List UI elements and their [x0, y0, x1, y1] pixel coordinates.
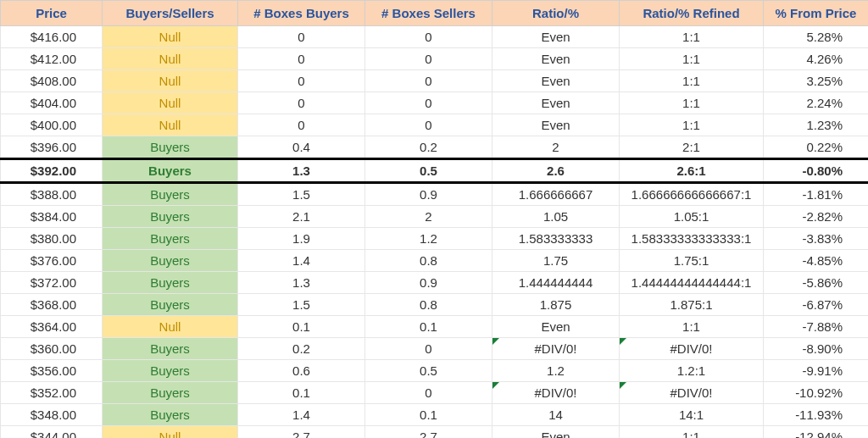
cell-price[interactable]: $348.00 [1, 404, 103, 426]
cell-buyers-sellers[interactable]: Buyers [103, 382, 238, 404]
cell-pct-from-price[interactable]: -6.87% [764, 294, 869, 316]
cell-boxes-buyers[interactable]: 0.6 [238, 360, 365, 382]
cell-price[interactable]: $356.00 [1, 360, 103, 382]
cell-ratio-refined[interactable]: 1.66666666666667:1 [620, 183, 764, 206]
cell-ratio-refined[interactable]: 1:1 [620, 426, 764, 439]
cell-price[interactable]: $416.00 [1, 26, 103, 48]
cell-pct-from-price[interactable]: -4.85% [764, 250, 869, 272]
cell-pct-from-price[interactable]: 4.26% [764, 48, 869, 70]
cell-ratio[interactable]: 1.2 [492, 360, 620, 382]
cell-buyers-sellers[interactable]: Buyers [103, 159, 238, 183]
cell-pct-from-price[interactable]: -5.86% [764, 272, 869, 294]
cell-price[interactable]: $360.00 [1, 338, 103, 360]
cell-buyers-sellers[interactable]: Null [103, 48, 238, 70]
cell-price[interactable]: $372.00 [1, 272, 103, 294]
header-ratio[interactable]: Ratio/% [492, 1, 620, 26]
cell-price[interactable]: $404.00 [1, 92, 103, 114]
cell-pct-from-price[interactable]: -12.94% [764, 426, 869, 439]
cell-ratio[interactable]: Even [492, 70, 620, 92]
cell-buyers-sellers[interactable]: Buyers [103, 250, 238, 272]
cell-boxes-sellers[interactable]: 0 [365, 114, 492, 136]
cell-buyers-sellers[interactable]: Buyers [103, 404, 238, 426]
cell-boxes-sellers[interactable]: 0.9 [365, 183, 492, 206]
cell-price[interactable]: $408.00 [1, 70, 103, 92]
cell-ratio[interactable]: Even [492, 48, 620, 70]
cell-ratio[interactable]: 2 [492, 136, 620, 159]
cell-ratio-refined[interactable]: #DIV/0! [620, 382, 764, 404]
cell-boxes-buyers[interactable]: 0 [238, 92, 365, 114]
cell-pct-from-price[interactable]: -0.80% [764, 159, 869, 183]
cell-boxes-sellers[interactable]: 0.9 [365, 272, 492, 294]
cell-ratio-refined[interactable]: 1:1 [620, 70, 764, 92]
cell-ratio-refined[interactable]: 2.6:1 [620, 159, 764, 183]
cell-ratio[interactable]: Even [492, 426, 620, 439]
cell-price[interactable]: $392.00 [1, 159, 103, 183]
header-price[interactable]: Price [1, 1, 103, 26]
cell-ratio[interactable]: Even [492, 114, 620, 136]
cell-ratio[interactable]: 1.666666667 [492, 183, 620, 206]
cell-boxes-buyers[interactable]: 2.7 [238, 426, 365, 439]
cell-pct-from-price[interactable]: 2.24% [764, 92, 869, 114]
cell-boxes-buyers[interactable]: 1.3 [238, 159, 365, 183]
header-pct-from-price[interactable]: % From Price [764, 1, 869, 26]
cell-boxes-buyers[interactable]: 0.4 [238, 136, 365, 159]
cell-boxes-buyers[interactable]: 1.9 [238, 228, 365, 250]
cell-boxes-sellers[interactable]: 0.2 [365, 136, 492, 159]
cell-boxes-sellers[interactable]: 0 [365, 26, 492, 48]
cell-ratio-refined[interactable]: 1:1 [620, 92, 764, 114]
cell-boxes-buyers[interactable]: 0.1 [238, 382, 365, 404]
cell-ratio[interactable]: 1.75 [492, 250, 620, 272]
cell-boxes-buyers[interactable]: 1.4 [238, 404, 365, 426]
header-boxes-buyers[interactable]: # Boxes Buyers [238, 1, 365, 26]
cell-buyers-sellers[interactable]: Buyers [103, 206, 238, 228]
cell-ratio-refined[interactable]: 1.75:1 [620, 250, 764, 272]
cell-ratio-refined[interactable]: 1:1 [620, 48, 764, 70]
cell-ratio-refined[interactable]: 1.44444444444444:1 [620, 272, 764, 294]
cell-price[interactable]: $344.00 [1, 426, 103, 439]
cell-pct-from-price[interactable]: -7.88% [764, 316, 869, 338]
cell-ratio-refined[interactable]: 1.875:1 [620, 294, 764, 316]
cell-boxes-sellers[interactable]: 0 [365, 48, 492, 70]
cell-boxes-sellers[interactable]: 0 [365, 70, 492, 92]
cell-boxes-sellers[interactable]: 0.1 [365, 404, 492, 426]
cell-pct-from-price[interactable]: 5.28% [764, 26, 869, 48]
cell-boxes-buyers[interactable]: 1.5 [238, 294, 365, 316]
cell-buyers-sellers[interactable]: Buyers [103, 338, 238, 360]
cell-boxes-sellers[interactable]: 0.5 [365, 360, 492, 382]
cell-buyers-sellers[interactable]: Buyers [103, 272, 238, 294]
cell-boxes-sellers[interactable]: 2 [365, 206, 492, 228]
cell-boxes-buyers[interactable]: 0 [238, 114, 365, 136]
cell-price[interactable]: $376.00 [1, 250, 103, 272]
header-ratio-refined[interactable]: Ratio/% Refined [620, 1, 764, 26]
cell-pct-from-price[interactable]: -10.92% [764, 382, 869, 404]
cell-ratio[interactable]: #DIV/0! [492, 338, 620, 360]
cell-boxes-sellers[interactable]: 0 [365, 338, 492, 360]
cell-buyers-sellers[interactable]: Buyers [103, 228, 238, 250]
cell-ratio-refined[interactable]: 1.2:1 [620, 360, 764, 382]
cell-buyers-sellers[interactable]: Buyers [103, 294, 238, 316]
cell-price[interactable]: $368.00 [1, 294, 103, 316]
cell-price[interactable]: $384.00 [1, 206, 103, 228]
cell-ratio-refined[interactable]: #DIV/0! [620, 338, 764, 360]
cell-ratio[interactable]: 1.583333333 [492, 228, 620, 250]
cell-pct-from-price[interactable]: 3.25% [764, 70, 869, 92]
cell-boxes-sellers[interactable]: 2.7 [365, 426, 492, 439]
cell-boxes-buyers[interactable]: 0 [238, 70, 365, 92]
cell-ratio[interactable]: Even [492, 316, 620, 338]
cell-ratio-refined[interactable]: 2:1 [620, 136, 764, 159]
cell-ratio[interactable]: 1.444444444 [492, 272, 620, 294]
cell-ratio[interactable]: 14 [492, 404, 620, 426]
cell-ratio[interactable]: #DIV/0! [492, 382, 620, 404]
cell-pct-from-price[interactable]: -11.93% [764, 404, 869, 426]
cell-ratio[interactable]: 1.05 [492, 206, 620, 228]
cell-boxes-buyers[interactable]: 1.4 [238, 250, 365, 272]
cell-price[interactable]: $412.00 [1, 48, 103, 70]
cell-boxes-sellers[interactable]: 0.1 [365, 316, 492, 338]
cell-pct-from-price[interactable]: -1.81% [764, 183, 869, 206]
cell-buyers-sellers[interactable]: Buyers [103, 360, 238, 382]
cell-boxes-sellers[interactable]: 0.8 [365, 294, 492, 316]
cell-pct-from-price[interactable]: -2.82% [764, 206, 869, 228]
cell-price[interactable]: $388.00 [1, 183, 103, 206]
cell-boxes-buyers[interactable]: 0 [238, 48, 365, 70]
cell-price[interactable]: $364.00 [1, 316, 103, 338]
